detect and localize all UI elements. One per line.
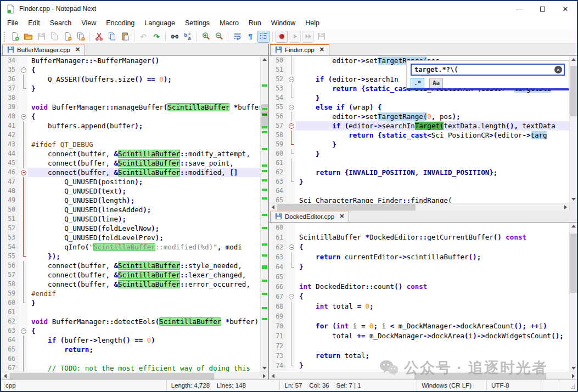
code-line-53[interactable]: 53 Q_UNUSED(foldLevelPrev);: [1, 233, 260, 242]
vscroll-thumb[interactable]: [570, 66, 577, 116]
editor-buffermanager[interactable]: 34BufferManager::~BufferManager()35{36 Q…: [1, 56, 268, 372]
scroll-down-icon[interactable]: [570, 365, 577, 372]
maximize-icon[interactable]: [531, 1, 554, 16]
code-line-66[interactable]: 66int DockedEditor::count() const: [269, 282, 569, 292]
undo-button[interactable]: ↶: [137, 31, 149, 43]
code-line-51[interactable]: 51 Q_UNUSED(line);: [1, 214, 260, 224]
code-line-65[interactable]: 65: [269, 272, 569, 282]
code-line-38[interactable]: 38: [1, 93, 260, 103]
code-line-50[interactable]: 50 Q_UNUSED(linesAdded);: [1, 205, 260, 214]
dockededitor-horizontal-scrollbar[interactable]: [269, 372, 577, 379]
new-file-button[interactable]: [9, 31, 21, 43]
fold-marker-icon[interactable]: [19, 326, 28, 336]
zoom-out-button[interactable]: [213, 31, 225, 43]
menu-item-edit[interactable]: Edit: [23, 18, 45, 29]
scroll-right-icon[interactable]: [562, 203, 569, 211]
code-line-55[interactable]: 55 else if (wrap) {: [269, 103, 569, 112]
cut-button[interactable]: [93, 31, 105, 43]
code-line-59[interactable]: 59#endif: [1, 289, 260, 298]
code-line-64[interactable]: 64 if (buffer->length() == 0): [1, 336, 260, 345]
code-line-62[interactable]: 62 return {INVALID_POSITION, INVALID_POS…: [269, 168, 569, 177]
scroll-left-icon[interactable]: [269, 203, 277, 211]
code-line-61[interactable]: 61ScintillaBuffer *DockedEditor::getCurr…: [269, 232, 569, 242]
record-macro-button[interactable]: [276, 31, 288, 43]
code-line-63[interactable]: 63}: [269, 177, 569, 186]
code-line-40[interactable]: 40{: [1, 112, 260, 121]
code-line-54[interactable]: 54 }: [269, 93, 569, 103]
code-line-67[interactable]: 67 // TODO: not the most efficient way o…: [1, 363, 260, 372]
menu-item-help[interactable]: Help: [300, 18, 324, 29]
zoom-in-button[interactable]: [200, 31, 212, 43]
fold-marker-icon[interactable]: [19, 168, 28, 177]
minimize-icon[interactable]: —: [508, 1, 531, 16]
code-line-34[interactable]: 34BufferManager::~BufferManager(): [1, 56, 260, 65]
close-icon[interactable]: ✕: [554, 1, 577, 16]
code-line-67[interactable]: 67{: [269, 292, 569, 302]
code-line-58[interactable]: 58 connect(buffer, &ScintillaBuffer::err…: [1, 280, 260, 289]
scroll-down-icon[interactable]: [261, 365, 268, 372]
code-line-61[interactable]: 61: [1, 308, 260, 317]
word-wrap-button[interactable]: [231, 31, 243, 43]
close-file-button[interactable]: [61, 31, 74, 43]
match-case-toggle-button[interactable]: Aa: [429, 78, 443, 88]
left-vertical-scrollbar[interactable]: [260, 56, 268, 372]
run-macro-multiple-button[interactable]: [302, 31, 314, 43]
fold-marker-icon[interactable]: [19, 112, 28, 121]
code-line-49[interactable]: 49 Q_UNUSED(length);: [1, 196, 260, 205]
code-line-71[interactable]: 71 total += m_DockManager->dockArea(i)->…: [269, 331, 569, 341]
save-macro-button[interactable]: [315, 31, 327, 43]
fold-marker-icon[interactable]: [19, 65, 28, 75]
code-line-64[interactable]: 64: [269, 186, 569, 196]
menu-item-view[interactable]: View: [76, 18, 101, 29]
code-line-55[interactable]: 55 });: [1, 252, 260, 261]
code-line-35[interactable]: 35{: [1, 65, 260, 75]
code-line-70[interactable]: 70 for (int i = 0; i < m_DockManager->do…: [269, 321, 569, 331]
code-line-41[interactable]: 41 buffers.append(buffer);: [1, 121, 260, 130]
dockededitor-vertical-scrollbar[interactable]: [569, 223, 577, 372]
replace-button[interactable]: ba: [182, 31, 194, 43]
code-line-65[interactable]: 65 return;: [1, 345, 260, 354]
code-line-58[interactable]: 58 return {static_cast<Sci_PositionCR>(e…: [269, 130, 569, 140]
code-line-61[interactable]: 61: [269, 158, 569, 168]
redo-button[interactable]: ↷: [150, 31, 162, 43]
scroll-down-icon[interactable]: [570, 196, 577, 203]
hscroll-thumb[interactable]: [10, 373, 214, 379]
status-encoding[interactable]: UTF-8: [487, 380, 541, 391]
tab-dockededitor[interactable]: DockedEditor.cpp ✕: [270, 211, 349, 222]
toolbar-grip[interactable]: [4, 32, 7, 42]
menu-item-encoding[interactable]: Encoding: [101, 18, 139, 29]
tab-close-icon[interactable]: ✕: [319, 46, 324, 53]
code-line-63[interactable]: 63{: [1, 326, 260, 336]
menu-item-settings[interactable]: Settings: [180, 18, 215, 29]
code-line-48[interactable]: 48 Q_UNUSED(text);: [1, 186, 260, 196]
fold-marker-icon[interactable]: [287, 292, 296, 302]
fold-marker-icon[interactable]: [287, 121, 296, 130]
code-line-56[interactable]: 56 editor->setTargetRange(0, pos);: [269, 112, 569, 121]
tab-finder[interactable]: Finder.cpp ✕: [270, 44, 329, 55]
finder-horizontal-scrollbar[interactable]: [269, 203, 577, 211]
show-symbols-button[interactable]: ¶: [244, 31, 256, 43]
scroll-up-icon[interactable]: [570, 56, 577, 63]
scroll-up-icon[interactable]: [261, 56, 268, 63]
scroll-left-icon[interactable]: [1, 372, 9, 379]
scroll-left-icon[interactable]: [269, 372, 277, 379]
code-line-68[interactable]: 68 int total = 0;: [269, 302, 569, 311]
close-all-button[interactable]: [75, 31, 87, 43]
menu-item-run[interactable]: Run: [244, 18, 266, 29]
tab-buffermanager[interactable]: BufferManager.cpp ✕: [2, 44, 85, 55]
status-eol-mode[interactable]: Windows (CR LF): [417, 380, 487, 391]
scroll-right-icon[interactable]: [569, 372, 577, 379]
code-line-59[interactable]: 59 }: [269, 140, 569, 149]
menu-item-search[interactable]: Search: [45, 18, 77, 29]
tab-close-icon[interactable]: ✕: [75, 46, 80, 53]
vscroll-thumb[interactable]: [570, 234, 577, 293]
resize-grip[interactable]: [568, 380, 577, 391]
code-line-46[interactable]: 46 connect(buffer, &ScintillaBuffer::mod…: [1, 168, 260, 177]
code-line-57[interactable]: 57 if (editor->searchInTarget(textData.l…: [269, 121, 569, 130]
code-line-60[interactable]: 60: [269, 223, 569, 232]
menu-item-window[interactable]: Window: [266, 18, 300, 29]
code-line-39[interactable]: 39void BufferManager::manageBuffer(Scint…: [1, 103, 260, 112]
code-line-62[interactable]: 62void BufferManager::detectEols(Scintil…: [1, 317, 260, 326]
code-line-72[interactable]: 72: [269, 341, 569, 351]
save-file-button[interactable]: [35, 31, 47, 43]
